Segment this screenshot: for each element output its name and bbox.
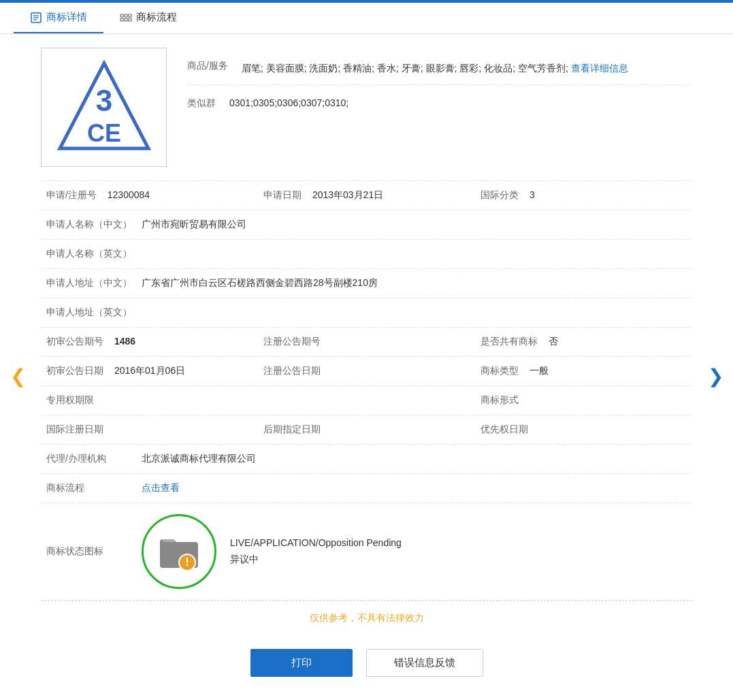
later-designation-cell: 后期指定日期 (258, 415, 475, 444)
buttons-row: 打印 错误信息反馈 (41, 635, 692, 690)
exclusive-row: 专用权期限 商标形式 (41, 386, 692, 415)
initial-pub-date-value: 2016年01月06日 (114, 365, 185, 376)
reg-pub-no-cell: 注册公告期号 (258, 328, 475, 356)
address-en-label: 申请人地址（英文） (46, 306, 142, 319)
svg-rect-6 (125, 14, 127, 17)
trademark-image: 3 CE (41, 48, 167, 167)
process-label: 商标流程 (46, 482, 142, 494)
intl-reg-date-cell: 国际注册日期 (41, 415, 258, 444)
tab-bar: 商标详情 商标流程 (0, 3, 733, 34)
status-label: 商标状态图标 (46, 545, 142, 558)
status-text-block: LIVE/APPLICATION/Opposition Pending 异议中 (230, 537, 402, 566)
initial-pub-date-label: 初审公告日期 (46, 365, 103, 376)
svg-text:!: ! (185, 556, 189, 568)
intl-dates-row: 国际注册日期 后期指定日期 优先权日期 (41, 415, 692, 445)
status-icon: ! (154, 527, 203, 576)
intl-reg-date-label: 国际注册日期 (46, 424, 103, 434)
svg-rect-4 (120, 14, 123, 17)
goods-text: 眉笔; 美容面膜; 洗面奶; 香精油; 香水; 牙膏; 眼影膏; 唇彩; 化妆品… (242, 63, 628, 74)
trademark-header: 3 CE 商品/服务 眉笔; 美容面膜; 洗面奶; 香精油; 香水; 牙膏; 眼… (41, 48, 692, 167)
svg-rect-9 (129, 18, 131, 21)
priority-date-label: 优先权日期 (480, 424, 528, 434)
main-content: ❮ ❯ 3 CE 商品/服务 眉笔; 美容面 (0, 34, 733, 700)
svg-rect-8 (129, 14, 131, 17)
tab-process-label: 商标流程 (136, 11, 177, 24)
process-icon (120, 12, 132, 24)
trademark-form-cell: 商标形式 (475, 386, 692, 415)
disclaimer-text: 仅供参考，不具有法律效力 (41, 601, 692, 635)
reg-pub-date-label: 注册公告日期 (263, 365, 321, 376)
goods-info: 商品/服务 眉笔; 美容面膜; 洗面奶; 香精油; 香水; 牙膏; 眼影膏; 唇… (187, 48, 692, 167)
applicant-cn-value: 广州市宛昕贸易有限公司 (142, 219, 246, 231)
status-content: ! LIVE/APPLICATION/Opposition Pending 异议… (142, 514, 402, 589)
address-cn-row: 申请人地址（中文） 广东省广州市白云区石槎路西侧金碧西路28号副楼210房 (41, 269, 692, 298)
reg-pub-no-label: 注册公告期号 (263, 336, 321, 347)
address-en-row: 申请人地址（英文） (41, 298, 692, 328)
reg-no-cell: 申请/注册号 12300084 (41, 181, 258, 210)
status-row: 商标状态图标 ! LIVE/APPLICATION/Opposition Pen… (41, 503, 692, 601)
exclusive-period-cell: 专用权期限 (41, 386, 258, 415)
initial-pub-no-label: 初审公告期号 (46, 336, 103, 347)
shared-cell: 是否共有商标 否 (475, 328, 692, 356)
applicant-en-row: 申请人名称（英文） (41, 240, 692, 269)
agent-row: 代理/办理机构 北京派诚商标代理有限公司 (41, 445, 692, 474)
address-cn-label: 申请人地址（中文） (46, 277, 142, 289)
reg-pub-date-cell: 注册公告日期 (258, 357, 475, 385)
shared-label: 是否共有商标 (480, 336, 538, 347)
priority-date-cell: 优先权日期 (475, 415, 692, 444)
svg-rect-7 (125, 18, 127, 21)
trademark-form-label: 商标形式 (480, 394, 519, 405)
reg-no-label: 申请/注册号 (46, 189, 97, 200)
agent-label: 代理/办理机构 (46, 453, 142, 465)
agent-value: 北京派诚商标代理有限公司 (142, 453, 256, 465)
status-en-text: LIVE/APPLICATION/Opposition Pending (230, 537, 402, 548)
pub-info-row: 初审公告期号 1486 注册公告期号 是否共有商标 否 (41, 328, 692, 357)
intl-class-value: 3 (530, 189, 535, 200)
svg-rect-5 (120, 18, 123, 21)
nav-prev-button[interactable]: ❮ (5, 364, 30, 388)
initial-pub-no-value: 1486 (114, 336, 135, 347)
apply-date-cell: 申请日期 2013年03月21日 (258, 181, 475, 210)
apply-date-value: 2013年03月21日 (312, 189, 383, 200)
process-row: 商标流程 点击查看 (41, 474, 692, 503)
process-link[interactable]: 点击查看 (142, 482, 180, 494)
apply-date-label: 申请日期 (263, 189, 302, 200)
tab-details[interactable]: 商标详情 (14, 3, 103, 33)
exclusive-period-label: 专用权期限 (46, 394, 94, 405)
goods-label: 商品/服务 (187, 60, 228, 72)
initial-pub-no-cell: 初审公告期号 1486 (41, 328, 258, 356)
pub-date-row: 初审公告日期 2016年01月06日 注册公告日期 商标类型 一般 (41, 357, 692, 386)
trademark-type-label: 商标类型 (480, 365, 519, 376)
print-button[interactable]: 打印 (250, 649, 353, 677)
status-icon-circle: ! (142, 514, 216, 589)
similarity-label: 类似群 (187, 97, 216, 110)
later-designation-label: 后期指定日期 (263, 424, 321, 434)
tab-details-label: 商标详情 (46, 11, 87, 24)
empty-cell (258, 386, 475, 415)
applicant-cn-row: 申请人名称（中文） 广州市宛昕贸易有限公司 (41, 210, 692, 240)
svg-text:3: 3 (95, 84, 112, 117)
details-icon (30, 12, 42, 24)
feedback-button[interactable]: 错误信息反馈 (366, 649, 483, 677)
status-cn-text: 异议中 (230, 554, 402, 566)
address-cn-value: 广东省广州市白云区石槎路西侧金碧西路28号副楼210房 (142, 277, 378, 289)
reg-no-value: 12300084 (108, 189, 150, 200)
trademark-type-value: 一般 (530, 365, 549, 376)
nav-next-button[interactable]: ❯ (703, 364, 728, 388)
svg-text:CE: CE (86, 119, 120, 147)
shared-value: 否 (549, 336, 558, 347)
initial-pub-date-cell: 初审公告日期 2016年01月06日 (41, 357, 258, 385)
applicant-en-label: 申请人名称（英文） (46, 248, 142, 260)
applicant-cn-label: 申请人名称（中文） (46, 219, 142, 231)
intl-class-cell: 国际分类 3 (475, 181, 692, 210)
trademark-type-cell: 商标类型 一般 (475, 357, 692, 385)
similarity-value: 0301;0305;0306;0307;0310; (229, 97, 348, 115)
intl-class-label: 国际分类 (480, 189, 519, 200)
reg-info-row: 申请/注册号 12300084 申请日期 2013年03月21日 国际分类 3 (41, 181, 692, 210)
tab-process[interactable]: 商标流程 (103, 3, 193, 33)
goods-detail-link[interactable]: 查看详细信息 (571, 63, 628, 74)
